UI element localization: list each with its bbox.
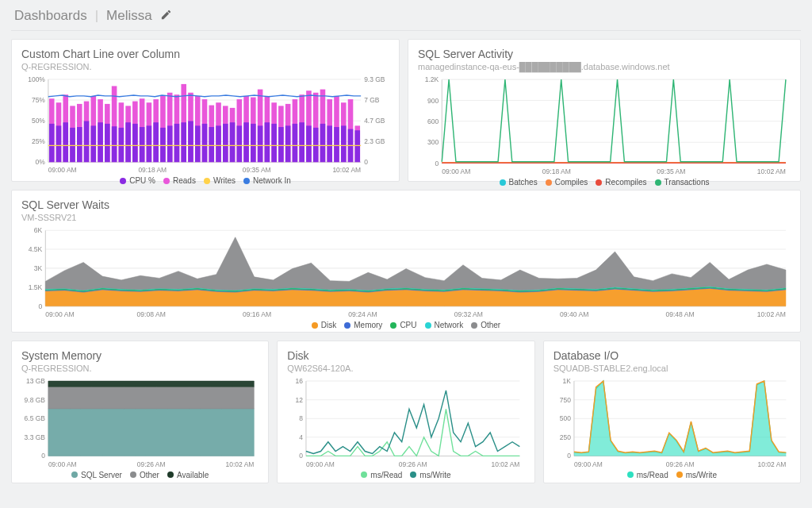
svg-text:0: 0: [38, 302, 42, 310]
svg-rect-42: [119, 128, 124, 162]
svg-rect-90: [285, 125, 291, 162]
svg-text:300: 300: [427, 138, 439, 146]
card-custom-chart[interactable]: Custom Chart Line over Column Q-REGRESSI…: [11, 39, 400, 182]
svg-text:09:32 AM: 09:32 AM: [454, 310, 483, 318]
svg-rect-64: [195, 125, 201, 162]
svg-text:100%: 100%: [28, 76, 45, 83]
svg-text:12: 12: [296, 396, 304, 404]
pencil-icon[interactable]: [160, 9, 172, 23]
card-title: SQL Server Activity: [418, 48, 791, 60]
svg-rect-52: [153, 122, 159, 162]
card-title: Database I/O: [553, 349, 791, 362]
svg-text:0: 0: [364, 158, 368, 166]
legend: DiskMemoryCPUNetworkOther: [21, 321, 791, 329]
svg-rect-84: [265, 122, 270, 162]
svg-rect-88: [278, 127, 284, 162]
svg-text:16: 16: [296, 378, 304, 385]
svg-rect-70: [216, 125, 221, 162]
svg-rect-22: [49, 124, 55, 162]
svg-rect-74: [230, 122, 236, 162]
svg-text:09:16 AM: 09:16 AM: [243, 310, 271, 318]
svg-text:13 GB: 13 GB: [26, 378, 45, 385]
svg-rect-68: [209, 127, 214, 162]
card-database-io[interactable]: Database I/O SQUADB-STABLE2.eng.local 02…: [543, 341, 801, 483]
legend-item[interactable]: Reads: [163, 176, 196, 185]
card-title: Disk: [287, 349, 524, 362]
svg-rect-94: [299, 122, 304, 162]
svg-text:09:08 AM: 09:08 AM: [137, 310, 166, 318]
card-subtitle: QW62S64-120A.: [287, 364, 524, 373]
svg-rect-44: [125, 122, 131, 162]
crumb-dashboard-name: Melissa: [106, 8, 152, 24]
card-title: System Memory: [21, 349, 259, 362]
card-sql-activity[interactable]: SQL Server Activity managedinstance-qa-e…: [408, 39, 801, 182]
svg-text:09:18 AM: 09:18 AM: [542, 167, 571, 175]
svg-text:9.3 GB: 9.3 GB: [364, 76, 385, 83]
svg-text:6.5 GB: 6.5 GB: [25, 414, 46, 422]
svg-text:4.5K: 4.5K: [29, 245, 43, 253]
svg-rect-106: [341, 125, 347, 162]
svg-rect-40: [112, 126, 117, 162]
legend-item[interactable]: CPU %: [120, 176, 155, 185]
legend-item[interactable]: Network In: [243, 176, 291, 185]
svg-text:500: 500: [559, 414, 570, 422]
svg-text:09:35 AM: 09:35 AM: [657, 167, 685, 175]
legend-item[interactable]: Disk: [312, 321, 336, 329]
card-subtitle: Q-REGRESSION.: [21, 364, 259, 373]
svg-rect-56: [167, 125, 173, 162]
svg-rect-54: [160, 128, 166, 162]
legend-item[interactable]: ms/Write: [676, 471, 717, 479]
svg-rect-76: [237, 125, 243, 162]
svg-rect-66: [202, 124, 208, 162]
legend-item[interactable]: Other: [471, 321, 500, 329]
svg-text:10:02 AM: 10:02 AM: [757, 310, 786, 318]
divider: [11, 30, 801, 31]
legend-item[interactable]: Compiles: [546, 178, 588, 187]
svg-text:09:00 AM: 09:00 AM: [48, 166, 77, 173]
svg-text:09:18 AM: 09:18 AM: [138, 166, 167, 173]
svg-rect-92: [293, 124, 298, 162]
card-system-memory[interactable]: System Memory Q-REGRESSION. 03.3 GB6.5 G…: [11, 341, 269, 483]
svg-rect-96: [306, 125, 312, 162]
svg-text:0: 0: [435, 160, 439, 167]
svg-text:3.3 GB: 3.3 GB: [25, 433, 46, 441]
crumb-root[interactable]: Dashboards: [14, 8, 87, 24]
svg-rect-80: [251, 124, 256, 162]
legend-item[interactable]: SQL Server: [71, 471, 122, 479]
svg-text:1.5K: 1.5K: [29, 283, 43, 291]
svg-text:50%: 50%: [32, 117, 45, 125]
legend-item[interactable]: Writes: [204, 176, 236, 185]
svg-text:250: 250: [559, 433, 570, 441]
legend-item[interactable]: Transactions: [655, 178, 710, 187]
svg-text:8: 8: [300, 414, 304, 422]
svg-rect-50: [147, 125, 152, 162]
svg-text:6K: 6K: [34, 227, 43, 234]
card-sql-waits[interactable]: SQL Server Waits VM-SSSRV21 01.5K3K4.5K6…: [11, 190, 801, 333]
legend-item[interactable]: Available: [167, 471, 209, 479]
svg-text:600: 600: [427, 117, 439, 125]
svg-rect-100: [320, 124, 326, 162]
card-subtitle: VM-SSSRV21: [21, 213, 791, 222]
legend-item[interactable]: ms/Read: [627, 471, 668, 479]
svg-text:09:00 AM: 09:00 AM: [442, 167, 470, 175]
svg-text:10:02 AM: 10:02 AM: [226, 460, 255, 468]
svg-text:1.2K: 1.2K: [425, 76, 439, 83]
legend-item[interactable]: Other: [130, 471, 159, 479]
svg-text:09:00 AM: 09:00 AM: [306, 460, 335, 468]
svg-rect-58: [174, 124, 180, 162]
svg-text:09:26 AM: 09:26 AM: [137, 460, 166, 468]
legend: CPU %ReadsWritesNetwork In: [21, 176, 389, 185]
svg-rect-32: [84, 121, 90, 163]
legend-item[interactable]: Batches: [500, 178, 538, 187]
card-disk[interactable]: Disk QW62S64-120A. 048121609:00 AM09:26 …: [277, 341, 534, 483]
svg-rect-30: [77, 127, 82, 162]
crumb-separator: |: [95, 8, 98, 24]
legend-item[interactable]: Recompiles: [596, 178, 646, 187]
legend-item[interactable]: CPU: [390, 321, 416, 329]
legend-item[interactable]: Network: [425, 321, 464, 329]
svg-rect-62: [188, 121, 193, 163]
legend-item[interactable]: ms/Write: [410, 471, 450, 479]
legend-item[interactable]: Memory: [344, 321, 382, 329]
legend-item[interactable]: ms/Read: [361, 471, 402, 479]
svg-text:4: 4: [300, 433, 304, 441]
